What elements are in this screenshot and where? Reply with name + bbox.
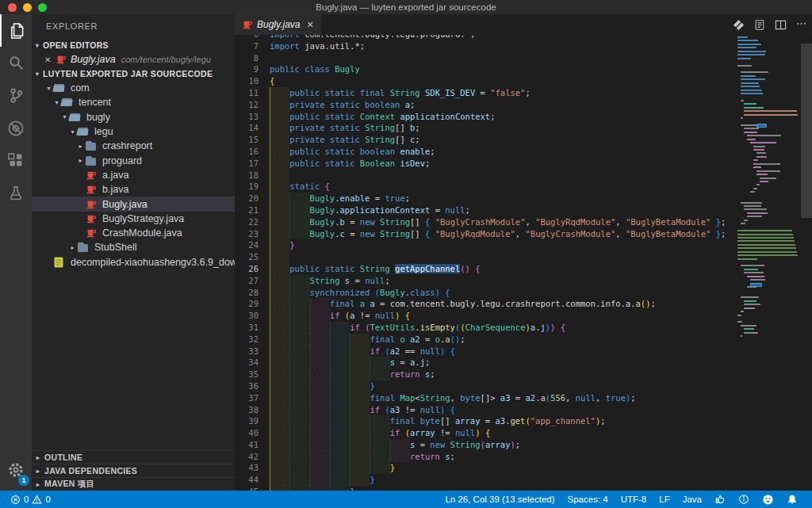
java-file-icon	[85, 213, 98, 224]
eol-setting[interactable]: LF	[653, 491, 676, 508]
code-line-27[interactable]: 27 String s = null;	[235, 275, 736, 287]
tree-item-buglystrategy-java[interactable]: BuglyStrategy.java	[32, 212, 235, 226]
tree-item-tencent[interactable]: ▾tencent	[32, 95, 235, 109]
tree-item-b-java[interactable]: b.java	[32, 182, 235, 197]
code-line-8[interactable]: 8	[235, 52, 736, 64]
activity-source-control-icon[interactable]	[0, 79, 32, 112]
code-line-39[interactable]: 39 final byte[] array = a3.get("app_chan…	[235, 415, 736, 427]
project-section-header[interactable]: ▾ LUYTEN EXPORTED JAR SOURCECODE	[32, 67, 235, 81]
code-line-13[interactable]: 13 public static Context applicationCont…	[235, 111, 736, 123]
code-line-18[interactable]: 18	[235, 170, 736, 181]
code-line-30[interactable]: 30 if (a != null) {	[235, 310, 736, 322]
code-line-11[interactable]: 11 public static final String SDK_IS_DEV…	[235, 87, 736, 99]
code-line-34[interactable]: 34 s = a.j;	[235, 357, 736, 369]
activity-search-icon[interactable]	[0, 47, 32, 79]
code-line-17[interactable]: 17 public static Boolean isDev;	[235, 158, 736, 170]
code-line-12[interactable]: 12 private static boolean a;	[235, 99, 736, 111]
code-line-26[interactable]: 26 public static String getAppChannel() …	[235, 263, 736, 275]
code-line-32[interactable]: 32 final o a2 = o.a();	[235, 334, 736, 346]
tree-item-decompiled-xiaohuashengv3-6-9-downc-[interactable]: decompiled-xiaohuashengv3.6.9_downc...	[32, 255, 235, 269]
tree-item-crashreport[interactable]: ▸crashreport	[32, 139, 235, 153]
chevron-right-icon: ▸	[68, 244, 77, 251]
tree-item-com[interactable]: ▾com	[32, 81, 235, 95]
feedback-smiley-icon[interactable]	[756, 491, 780, 508]
code-line-19[interactable]: 19 static {	[235, 181, 736, 193]
maven-section-header[interactable]: ▸ MAVEN 项目	[32, 477, 235, 491]
tree-item-label: b.java	[102, 184, 128, 195]
folder-icon	[85, 155, 98, 166]
tree-item-a-java[interactable]: a.java	[32, 168, 235, 182]
encoding-setting[interactable]: UTF-8	[615, 491, 653, 508]
tree-item-label: BuglyStrategy.java	[102, 213, 184, 224]
tree-item-proguard[interactable]: ▸proguard	[32, 153, 235, 167]
cursor-position[interactable]: Ln 26, Col 39 (13 selected)	[439, 491, 561, 508]
code-line-6[interactable]: 6import com.tencent.bugly.legu.proguard.…	[235, 35, 736, 40]
tab-bugly-java[interactable]: Bugly.java ✕	[235, 14, 321, 35]
line-number: 38	[235, 404, 270, 416]
close-editor-icon[interactable]: ✕	[44, 55, 56, 64]
line-number: 20	[235, 193, 270, 204]
more-actions-icon[interactable]: ⋯	[796, 17, 807, 29]
info-icon[interactable]	[732, 491, 756, 508]
java-dependencies-section-header[interactable]: ▸ JAVA DEPENDENCIES	[32, 464, 235, 477]
code-line-24[interactable]: 24 }	[235, 239, 736, 251]
code-line-14[interactable]: 14 private static String[] b;	[235, 122, 736, 134]
code-line-33[interactable]: 33 if (a2 == null) {	[235, 346, 736, 357]
code-line-10[interactable]: 10{	[235, 75, 736, 87]
code-line-37[interactable]: 37 final Map<String, byte[]> a3 = a2.a(5…	[235, 392, 736, 404]
code-line-16[interactable]: 16 public static boolean enable;	[235, 146, 736, 158]
open-editors-header[interactable]: ▾ OPEN EDITORS	[32, 38, 235, 52]
feedback-thumbs-icon[interactable]	[708, 491, 732, 508]
minimize-window-button[interactable]	[23, 3, 32, 12]
folder-icon	[85, 140, 98, 151]
indentation-setting[interactable]: Spaces: 4	[561, 491, 615, 508]
code-editor[interactable]: 6import com.tencent.bugly.legu.proguard.…	[235, 35, 812, 491]
java-file-icon	[85, 199, 98, 210]
outline-section-header[interactable]: ▸ OUTLINE	[32, 450, 235, 464]
open-editor-item[interactable]: ✕ Bugly.java com/tencent/bugly/legu	[32, 52, 235, 67]
editor-scrollbar[interactable]	[801, 44, 812, 218]
code-line-25[interactable]: 25	[235, 251, 736, 263]
code-line-36[interactable]: 36 }	[235, 380, 736, 392]
code-line-7[interactable]: 7import java.util.*;	[235, 40, 736, 52]
code-line-28[interactable]: 28 synchronized (Bugly.class) {	[235, 287, 736, 299]
tab-close-icon[interactable]: ✕	[306, 20, 313, 30]
zoom-window-button[interactable]	[38, 3, 47, 12]
tree-item-bugly-java[interactable]: Bugly.java	[32, 197, 235, 211]
tree-item-legu[interactable]: ▾legu	[32, 124, 235, 139]
code-line-35[interactable]: 35 return s;	[235, 369, 736, 380]
code-line-22[interactable]: 22 Bugly.b = new String[] { "BuglyCrashM…	[235, 216, 736, 228]
tree-item-bugly[interactable]: ▾bugly	[32, 110, 235, 124]
split-editor-icon[interactable]	[775, 19, 787, 31]
activity-debug-icon[interactable]	[0, 112, 32, 144]
code-line-41[interactable]: 41 s = new String(array);	[235, 439, 736, 451]
line-number: 12	[235, 99, 270, 111]
code-line-23[interactable]: 23 Bugly.c = new String[] { "BuglyRqdMod…	[235, 228, 736, 240]
line-number: 14	[235, 122, 270, 134]
code-line-43[interactable]: 43 }	[235, 462, 736, 474]
tree-item-crashmodule-java[interactable]: CrashModule.java	[32, 226, 235, 240]
language-mode[interactable]: Java	[676, 491, 708, 508]
code-line-20[interactable]: 20 Bugly.enable = true;	[235, 193, 736, 204]
minimap[interactable]	[737, 36, 800, 491]
code-line-44[interactable]: 44 }	[235, 474, 736, 486]
activity-extensions-icon[interactable]	[0, 144, 32, 177]
activity-test-icon[interactable]	[0, 177, 32, 209]
open-preview-icon[interactable]	[754, 19, 765, 31]
code-line-31[interactable]: 31 if (TextUtils.isEmpty((CharSequence)a…	[235, 322, 736, 334]
code-line-42[interactable]: 42 return s;	[235, 451, 736, 463]
close-window-button[interactable]	[8, 3, 17, 12]
problems-indicator[interactable]: 0 0	[6, 491, 55, 508]
code-line-29[interactable]: 29 final a a = com.tencent.bugly.legu.cr…	[235, 298, 736, 310]
tree-item-stubshell[interactable]: ▸StubShell	[32, 240, 235, 254]
code-line-40[interactable]: 40 if (array != null) {	[235, 427, 736, 439]
tree-item-label: crashreport	[102, 140, 152, 151]
code-line-15[interactable]: 15 private static String[] c;	[235, 134, 736, 146]
code-line-21[interactable]: 21 Bugly.applicationContext = null;	[235, 204, 736, 216]
manage-gear-icon[interactable]: 1	[0, 454, 32, 486]
code-line-9[interactable]: 9public class Bugly	[235, 63, 736, 75]
code-line-38[interactable]: 38 if (a3 != null) {	[235, 404, 736, 416]
notifications-bell-icon[interactable]	[780, 491, 804, 508]
activity-explorer-icon[interactable]	[0, 14, 32, 47]
open-changes-icon[interactable]	[733, 19, 745, 31]
